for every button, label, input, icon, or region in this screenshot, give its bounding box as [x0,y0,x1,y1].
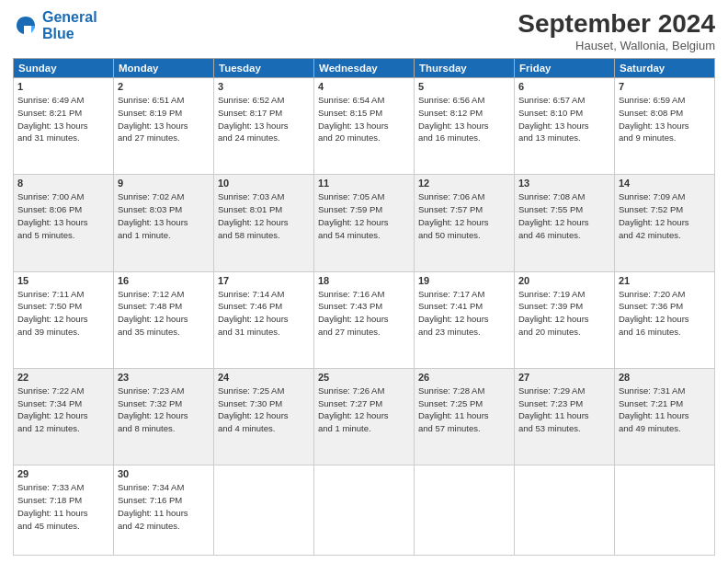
day-info: Sunrise: 7:12 AMSunset: 7:48 PMDaylight:… [118,288,210,339]
day-number: 9 [118,178,210,189]
day-number: 14 [619,178,711,189]
logo: General Blue [13,9,97,41]
day-cell: 23Sunrise: 7:23 AMSunset: 7:32 PMDayligh… [114,368,214,465]
day-info-line: and 5 minutes. [17,229,109,242]
day-info-line: Daylight: 12 hours [619,216,711,229]
day-info-line: Sunrise: 7:19 AM [518,288,610,301]
day-info-line: Daylight: 12 hours [318,313,410,326]
day-info-line: Daylight: 12 hours [218,216,310,229]
day-cell: 1Sunrise: 6:49 AMSunset: 8:21 PMDaylight… [14,78,114,175]
day-info-line: and 31 minutes. [218,326,310,339]
day-info-line: Sunrise: 7:20 AM [619,288,711,301]
day-info: Sunrise: 7:02 AMSunset: 8:03 PMDaylight:… [118,190,210,241]
week-row-3: 22Sunrise: 7:22 AMSunset: 7:34 PMDayligh… [14,368,715,465]
day-info: Sunrise: 7:34 AMSunset: 7:16 PMDaylight:… [118,481,210,532]
day-info-line: and 42 minutes. [619,229,711,242]
calendar: Sunday Monday Tuesday Wednesday Thursday… [13,58,715,556]
day-info-line: and 23 minutes. [418,326,510,339]
day-info: Sunrise: 7:29 AMSunset: 7:23 PMDaylight:… [518,385,610,435]
day-number: 19 [418,275,510,286]
day-info-line: Daylight: 12 hours [118,313,210,326]
day-cell: 27Sunrise: 7:29 AMSunset: 7:23 PMDayligh… [515,368,615,465]
day-number: 29 [17,468,109,479]
day-info-line: Sunset: 8:15 PM [318,107,410,120]
week-row-4: 29Sunrise: 7:33 AMSunset: 7:18 PMDayligh… [14,465,715,556]
day-number: 11 [318,178,410,189]
title-block: September 2024 Hauset, Wallonia, Belgium [518,9,715,52]
day-info-line: Daylight: 12 hours [318,409,410,422]
day-info: Sunrise: 6:49 AMSunset: 8:21 PMDaylight:… [17,94,109,144]
day-info-line: Sunrise: 6:52 AM [218,94,310,107]
day-cell: 21Sunrise: 7:20 AMSunset: 7:36 PMDayligh… [615,271,715,368]
day-info-line: Sunrise: 7:28 AM [418,385,510,397]
day-info-line: Sunset: 7:39 PM [518,300,610,313]
day-info-line: and 16 minutes. [418,132,510,144]
header-row: Sunday Monday Tuesday Wednesday Thursday… [14,59,715,78]
day-info-line: Sunrise: 7:22 AM [17,385,109,397]
day-info: Sunrise: 7:17 AMSunset: 7:41 PMDaylight:… [418,288,510,339]
day-info-line: Daylight: 12 hours [619,313,711,326]
day-cell: 30Sunrise: 7:34 AMSunset: 7:16 PMDayligh… [114,465,214,556]
day-info-line: Daylight: 13 hours [118,120,210,132]
day-info-line: Daylight: 13 hours [418,120,510,132]
day-info: Sunrise: 7:05 AMSunset: 7:59 PMDaylight:… [318,190,410,241]
logo-icon [13,13,39,39]
day-info-line: Sunset: 8:19 PM [118,107,210,120]
day-number: 26 [418,372,510,383]
day-info-line: Sunrise: 7:06 AM [418,190,510,203]
day-number: 21 [619,275,711,286]
day-number: 8 [17,178,109,189]
day-info-line: Daylight: 12 hours [418,313,510,326]
day-info: Sunrise: 7:19 AMSunset: 7:39 PMDaylight:… [518,288,610,339]
day-info-line: and 12 minutes. [17,422,109,435]
day-info-line: Sunset: 8:17 PM [218,107,310,120]
day-number: 3 [218,81,310,92]
day-info-line: Daylight: 13 hours [619,120,711,132]
col-saturday: Saturday [615,59,715,78]
day-info-line: Daylight: 12 hours [418,216,510,229]
logo-line1: General [42,9,97,25]
day-info: Sunrise: 7:31 AMSunset: 7:21 PMDaylight:… [619,385,711,435]
day-info-line: Sunrise: 7:25 AM [218,385,310,397]
day-info-line: and 27 minutes. [118,132,210,144]
day-info-line: and 57 minutes. [418,422,510,435]
day-info-line: Daylight: 12 hours [318,216,410,229]
day-info: Sunrise: 7:03 AMSunset: 8:01 PMDaylight:… [218,190,310,241]
day-cell: 25Sunrise: 7:26 AMSunset: 7:27 PMDayligh… [314,368,415,465]
day-info-line: Sunset: 7:50 PM [17,300,109,313]
day-info: Sunrise: 6:59 AMSunset: 8:08 PMDaylight:… [619,94,711,144]
day-number: 27 [518,372,610,383]
day-info-line: Sunset: 8:21 PM [17,107,109,120]
day-info: Sunrise: 6:57 AMSunset: 8:10 PMDaylight:… [518,94,610,144]
day-number: 18 [318,275,410,286]
day-number: 24 [218,372,310,383]
day-info: Sunrise: 7:25 AMSunset: 7:30 PMDaylight:… [218,385,310,435]
day-info-line: Daylight: 13 hours [118,216,210,229]
day-info-line: Daylight: 12 hours [518,313,610,326]
day-cell: 20Sunrise: 7:19 AMSunset: 7:39 PMDayligh… [515,271,615,368]
day-info-line: Sunrise: 7:14 AM [218,288,310,301]
day-cell: 29Sunrise: 7:33 AMSunset: 7:18 PMDayligh… [14,465,114,556]
day-info-line: Sunset: 7:36 PM [619,300,711,313]
day-cell: 8Sunrise: 7:00 AMSunset: 8:06 PMDaylight… [14,175,114,271]
day-info-line: and 20 minutes. [318,132,410,144]
day-info-line: Sunset: 7:57 PM [418,203,510,216]
day-info-line: and 39 minutes. [17,326,109,339]
day-info: Sunrise: 6:52 AMSunset: 8:17 PMDaylight:… [218,94,310,144]
day-cell [415,465,515,556]
day-info-line: Sunset: 7:55 PM [518,203,610,216]
day-number: 6 [518,81,610,92]
day-info: Sunrise: 6:51 AMSunset: 8:19 PMDaylight:… [118,94,210,144]
day-info-line: Sunrise: 7:02 AM [118,190,210,203]
day-cell: 7Sunrise: 6:59 AMSunset: 8:08 PMDaylight… [615,78,715,175]
day-cell: 13Sunrise: 7:08 AMSunset: 7:55 PMDayligh… [515,175,615,271]
day-info-line: and 20 minutes. [518,326,610,339]
day-cell [214,465,314,556]
day-info-line: Sunset: 7:32 PM [118,397,210,410]
day-cell: 17Sunrise: 7:14 AMSunset: 7:46 PMDayligh… [214,271,314,368]
day-info-line: Sunrise: 7:09 AM [619,190,711,203]
day-info-line: Daylight: 11 hours [518,409,610,422]
day-info-line: and 8 minutes. [118,422,210,435]
day-info-line: Daylight: 13 hours [17,216,109,229]
day-info-line: Daylight: 13 hours [218,120,310,132]
